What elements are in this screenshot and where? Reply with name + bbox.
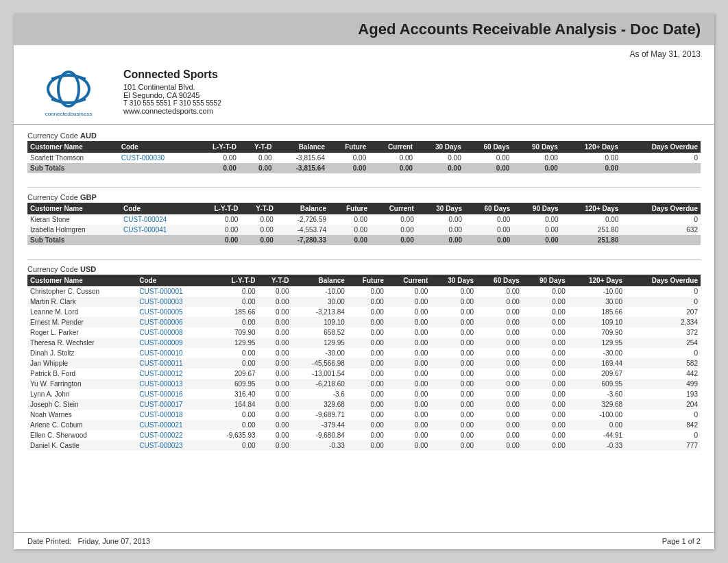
header-bar: Aged Accounts Receivable Analysis - Doc … xyxy=(14,14,714,45)
col-current: Current xyxy=(387,275,430,286)
col-lytd: L-Y-T-D xyxy=(194,141,239,153)
col-customer-name: Customer Name xyxy=(27,275,136,286)
col-ytd: Y-T-D xyxy=(239,141,275,153)
report-content: Currency Code AUD Customer Name Code L-Y… xyxy=(14,125,714,471)
table-row: Kieran Stone CUST-000024 0.00 0.00 -2,72… xyxy=(27,214,701,225)
sub-lytd: 0.00 xyxy=(194,163,239,173)
col-days-overdue: Days Overdue xyxy=(621,203,701,214)
col-120days: 120+ Days xyxy=(561,141,621,153)
table-row: Christopher C. Cusson CUST-000001 0.000.… xyxy=(27,286,701,297)
subtotal-row: Sub Totals 0.00 0.00 -7,280.33 0.00 0.00… xyxy=(27,235,701,245)
company-address2: El Segundo, CA 90245 xyxy=(123,91,221,99)
table-row: Arlene C. Cobum CUST-000021 0.000.00 -37… xyxy=(27,420,701,430)
balance: -3,815.64 xyxy=(275,153,328,163)
company-address1: 101 Continental Blvd. xyxy=(123,83,221,91)
gbp-table: Customer Name Code L-Y-T-D Y-T-D Balance… xyxy=(27,203,701,245)
logo-area: connectedbusiness xyxy=(27,68,110,117)
col-balance: Balance xyxy=(276,203,329,214)
report-title: Aged Accounts Receivable Analysis - Doc … xyxy=(27,21,701,38)
company-name: Connected Sports xyxy=(123,68,221,81)
customer-name: Scarlett Thomson xyxy=(27,153,119,163)
table-row: Leanne M. Lord CUST-000005 185.660.00 -3… xyxy=(27,307,701,317)
col-customer-name: Customer Name xyxy=(27,203,121,214)
subtotal-row: Sub Totals 0.00 0.00 -3,815.64 0.00 0.00… xyxy=(27,163,701,173)
subtotal-label: Sub Totals xyxy=(27,235,195,245)
page-number: Page 1 of 2 xyxy=(662,537,701,545)
col-90days: 90 Days xyxy=(513,203,561,214)
company-phone: T 310 555 5551 F 310 555 5552 xyxy=(123,99,221,107)
col-120days: 120+ Days xyxy=(561,203,622,214)
report-page: Aged Accounts Receivable Analysis - Doc … xyxy=(14,14,714,549)
col-balance: Balance xyxy=(275,141,328,153)
as-of-date: As of May 31, 2013 xyxy=(14,45,714,62)
table-row: Ernest M. Pender CUST-000006 0.000.00 10… xyxy=(27,317,701,327)
col-days-overdue: Days Overdue xyxy=(621,141,701,153)
currency-section-aud: Currency Code AUD Customer Name Code L-Y… xyxy=(27,132,701,173)
customer-code: CUST-000024 xyxy=(121,214,196,225)
customer-code: CUST-000041 xyxy=(121,225,196,235)
table-row: Yu W. Farrington CUST-000013 609.950.00 … xyxy=(27,379,701,389)
customer-code: CUST-000030 xyxy=(119,153,194,163)
table-row: Jan Whipple CUST-000011 0.000.00 -45,566… xyxy=(27,358,701,368)
col-60days: 60 Days xyxy=(476,275,522,286)
col-days-overdue: Days Overdue xyxy=(625,275,701,286)
currency-code-aud: Currency Code AUD xyxy=(27,132,701,140)
table-row: Ellen C. Sherwood CUST-000022 -9,635.930… xyxy=(27,430,701,440)
sub-90days: 0.00 xyxy=(512,163,561,173)
lytd: 0.00 xyxy=(194,153,239,163)
table-row: Daniel K. Castle CUST-000023 0.000.00 -0… xyxy=(27,440,701,451)
date-value: Friday, June 07, 2013 xyxy=(77,537,150,545)
col-ytd: Y-T-D xyxy=(258,275,292,286)
sub-current: 0.00 xyxy=(369,163,415,173)
col-30days: 30 Days xyxy=(417,203,465,214)
sub-balance: -3,815.64 xyxy=(275,163,328,173)
col-60days: 60 Days xyxy=(464,141,513,153)
company-website: www.connectedsports.com xyxy=(123,107,221,115)
col-ytd: Y-T-D xyxy=(241,203,276,214)
aud-table: Customer Name Code L-Y-T-D Y-T-D Balance… xyxy=(27,141,701,173)
table-row: Theresa R. Wechsler CUST-000009 129.950.… xyxy=(27,338,701,348)
currency-code-gbp: Currency Code GBP xyxy=(27,193,701,201)
table-row: Patrick B. Ford CUST-000012 209.670.00 -… xyxy=(27,368,701,379)
col-code: Code xyxy=(121,203,196,214)
col-current: Current xyxy=(369,141,415,153)
col-60days: 60 Days xyxy=(465,203,513,214)
30days: 0.00 xyxy=(415,153,464,163)
current: 0.00 xyxy=(369,153,415,163)
col-90days: 90 Days xyxy=(512,141,561,153)
table-header-row: Customer Name Code L-Y-T-D Y-T-D Balance… xyxy=(27,203,701,214)
col-future: Future xyxy=(328,141,369,153)
company-info: Connected Sports 101 Continental Blvd. E… xyxy=(123,68,221,115)
company-logo xyxy=(41,68,96,110)
customer-name: Izabella Holmgren xyxy=(27,225,121,235)
col-30days: 30 Days xyxy=(430,275,476,286)
90days: 0.00 xyxy=(512,153,561,163)
table-row: Roger L. Parker CUST-000008 709.900.00 6… xyxy=(27,327,701,338)
col-code: Code xyxy=(136,275,208,286)
120days: 0.00 xyxy=(561,153,621,163)
col-balance: Balance xyxy=(292,275,348,286)
table-row: Dinah J. Stoltz CUST-000010 0.000.00 -30… xyxy=(27,348,701,358)
col-30days: 30 Days xyxy=(415,141,464,153)
date-printed: Date Printed: Friday, June 07, 2013 xyxy=(27,537,150,545)
table-row: Lynn A. John CUST-000016 316.400.00 -3.6… xyxy=(27,389,701,399)
sub-120days: 0.00 xyxy=(561,163,621,173)
currency-section-usd: Currency Code USD Customer Name Code L-Y… xyxy=(27,265,701,451)
col-customer-name: Customer Name xyxy=(27,141,119,153)
svg-point-0 xyxy=(48,75,89,103)
col-code: Code xyxy=(119,141,194,153)
col-lytd: L-Y-T-D xyxy=(195,203,241,214)
sub-60days: 0.00 xyxy=(464,163,513,173)
report-footer: Date Printed: Friday, June 07, 2013 Page… xyxy=(14,532,714,549)
table-row: Izabella Holmgren CUST-000041 0.00 0.00 … xyxy=(27,225,701,235)
sub-future: 0.00 xyxy=(328,163,369,173)
table-header-row: Customer Name Code L-Y-T-D Y-T-D Balance… xyxy=(27,141,701,153)
col-future: Future xyxy=(329,203,370,214)
currency-code-usd: Currency Code USD xyxy=(27,265,701,273)
sub-30days: 0.00 xyxy=(415,163,464,173)
usd-table: Customer Name Code L-Y-T-D Y-T-D Balance… xyxy=(27,275,701,451)
svg-point-1 xyxy=(58,72,79,106)
col-lytd: L-Y-T-D xyxy=(208,275,258,286)
company-section: connectedbusiness Connected Sports 101 C… xyxy=(14,62,714,125)
ytd: 0.00 xyxy=(239,153,275,163)
